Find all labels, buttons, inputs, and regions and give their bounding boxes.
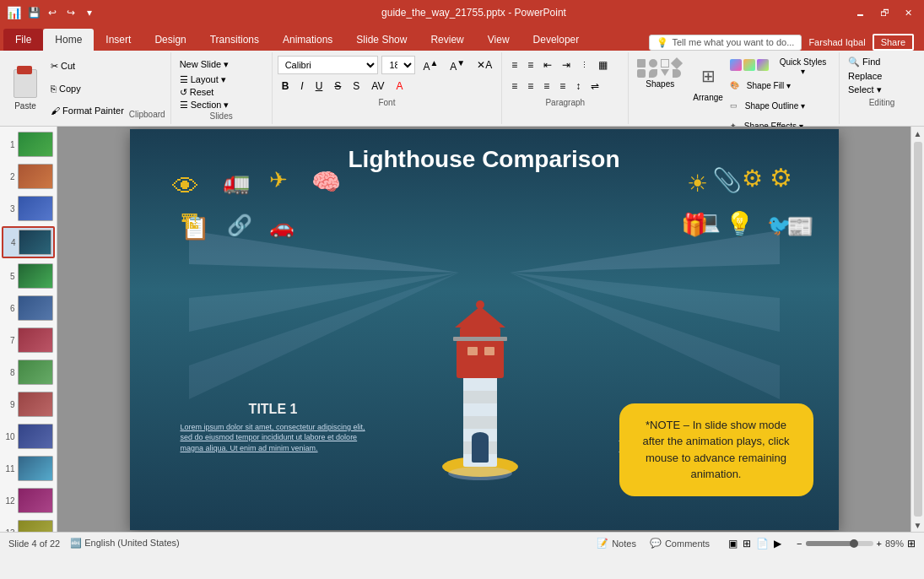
status-left: Slide 4 of 22 🔤 English (United States) bbox=[8, 538, 180, 549]
slide-thumb-2[interactable]: 2 bbox=[2, 162, 55, 191]
tab-design[interactable]: Design bbox=[143, 29, 197, 51]
copy-button[interactable]: ⎘ Copy bbox=[47, 83, 127, 95]
layout-button[interactable]: ☰ Layout ▾ bbox=[176, 73, 267, 86]
zoom-slider[interactable] bbox=[806, 541, 873, 546]
decrease-indent-button[interactable]: ⇤ bbox=[539, 56, 556, 74]
tab-view[interactable]: View bbox=[476, 29, 521, 51]
right-scrollbar[interactable]: ▲ ▼ bbox=[910, 127, 924, 532]
slideshow-button[interactable]: ▶ bbox=[772, 536, 783, 551]
notes-button[interactable]: 📝 Notes bbox=[593, 536, 640, 550]
bold-button[interactable]: B bbox=[278, 77, 294, 95]
svg-rect-18 bbox=[453, 337, 507, 341]
tab-animations[interactable]: Animations bbox=[271, 29, 344, 51]
justify-button[interactable]: ≡ bbox=[555, 77, 570, 95]
slide-thumb-6[interactable]: 6 bbox=[2, 294, 55, 322]
slide-sorter-button[interactable]: ⊞ bbox=[741, 536, 753, 551]
replace-button[interactable]: Replace bbox=[845, 70, 919, 82]
slide-thumb-10[interactable]: 10 bbox=[2, 422, 55, 451]
italic-button[interactable]: I bbox=[296, 77, 307, 95]
scroll-thumb[interactable] bbox=[914, 142, 922, 517]
slide-thumb-11[interactable]: 11 bbox=[2, 454, 55, 483]
smartart-button[interactable]: ⋮ bbox=[576, 56, 592, 74]
tab-file[interactable]: File bbox=[3, 29, 43, 51]
tab-review[interactable]: Review bbox=[419, 29, 475, 51]
reset-button[interactable]: ↺ Reset bbox=[176, 86, 267, 99]
shape-fill-button[interactable]: Shape Fill ▾ bbox=[743, 76, 795, 95]
slide-thumb-12[interactable]: 12 bbox=[2, 486, 55, 515]
slide-thumb-9[interactable]: 9 bbox=[2, 390, 55, 419]
zoom-in-button[interactable]: + bbox=[877, 538, 882, 549]
slide-thumb-4[interactable]: 4 bbox=[2, 226, 55, 258]
char-spacing-button[interactable]: AV bbox=[367, 77, 388, 95]
shadow-button[interactable]: S bbox=[349, 77, 364, 95]
scroll-up-arrow[interactable]: ▲ bbox=[911, 127, 925, 140]
note-box: *NOTE – In slide show mode after the ani… bbox=[619, 403, 813, 496]
paste-button[interactable]: Paste bbox=[5, 56, 46, 121]
line-spacing-button[interactable]: ↕ bbox=[571, 77, 585, 95]
shapes-button[interactable]: Shapes bbox=[634, 56, 686, 135]
section-button[interactable]: ☰ Section ▾ bbox=[176, 99, 267, 111]
format-painter-button[interactable]: 🖌 Format Painter bbox=[47, 105, 127, 116]
quick-styles-button[interactable]: Quick Styles ▾ bbox=[772, 56, 834, 74]
new-slide-button[interactable]: New Slide ▾ bbox=[176, 56, 267, 73]
select-button[interactable]: Select ▾ bbox=[845, 84, 919, 96]
minimize-button[interactable]: 🗕 bbox=[851, 6, 870, 19]
tab-transitions[interactable]: Transitions bbox=[198, 29, 271, 51]
save-qa-button[interactable]: 💾 bbox=[26, 5, 41, 20]
text-direction-button[interactable]: ⇌ bbox=[586, 77, 603, 95]
tab-home[interactable]: Home bbox=[43, 29, 94, 51]
slide-thumb-7[interactable]: 7 bbox=[2, 326, 55, 354]
tab-insert[interactable]: Insert bbox=[94, 29, 143, 51]
align-left-button[interactable]: ≡ bbox=[507, 77, 521, 95]
font-color-button[interactable]: A bbox=[392, 77, 407, 95]
svg-point-17 bbox=[476, 300, 484, 309]
slide-thumb-8[interactable]: 8 bbox=[2, 358, 55, 387]
svg-point-20 bbox=[472, 432, 489, 442]
svg-rect-14 bbox=[484, 347, 494, 355]
bullets-button[interactable]: ≡ bbox=[507, 56, 521, 74]
customize-qa-button[interactable]: ▾ bbox=[82, 5, 97, 20]
font-name-selector[interactable]: Calibri bbox=[278, 56, 379, 74]
align-right-button[interactable]: ≡ bbox=[539, 77, 554, 95]
slide[interactable]: Lighthouse Comparison 👁 🚛 ✈ 🧠 📋 🔗 🚗 🏗 bbox=[130, 129, 839, 530]
arrange-button[interactable]: ⊞ Arrange bbox=[689, 56, 727, 135]
slide-thumb-1[interactable]: 1 bbox=[2, 130, 55, 159]
redo-qa-button[interactable]: ↪ bbox=[63, 5, 78, 20]
fit-slide-button[interactable]: ⊞ bbox=[907, 538, 916, 549]
slide-preview-6 bbox=[18, 295, 54, 321]
undo-qa-button[interactable]: ↩ bbox=[45, 5, 60, 20]
svg-rect-9 bbox=[463, 391, 497, 403]
increase-font-button[interactable]: A▲ bbox=[419, 56, 442, 74]
underline-button[interactable]: U bbox=[311, 77, 327, 95]
slides-label: Slides bbox=[176, 111, 267, 122]
decrease-font-button[interactable]: A▼ bbox=[446, 56, 469, 74]
tell-me-bar[interactable]: 💡 Tell me what you want to do... bbox=[649, 35, 802, 51]
columns-button[interactable]: ▦ bbox=[594, 56, 612, 74]
slide-thumb-13[interactable]: 13 bbox=[2, 518, 55, 532]
scroll-down-arrow[interactable]: ▼ bbox=[911, 518, 925, 532]
restore-button[interactable]: 🗗 bbox=[875, 6, 894, 19]
font-size-selector[interactable]: 18 bbox=[381, 56, 415, 74]
increase-indent-button[interactable]: ⇥ bbox=[558, 56, 575, 74]
tab-developer[interactable]: Developer bbox=[521, 29, 592, 51]
cut-button[interactable]: ✂ Cut bbox=[47, 60, 127, 73]
align-center-button[interactable]: ≡ bbox=[523, 77, 538, 95]
comments-button[interactable]: 💬 Comments bbox=[646, 536, 713, 550]
find-button[interactable]: 🔍 Find bbox=[845, 56, 919, 68]
share-button[interactable]: Share bbox=[873, 34, 914, 51]
close-button[interactable]: ✕ bbox=[900, 6, 917, 20]
slide-thumb-5[interactable]: 5 bbox=[2, 262, 55, 290]
paste-icon bbox=[10, 66, 41, 100]
slide-canvas[interactable]: Lighthouse Comparison 👁 🚛 ✈ 🧠 📋 🔗 🚗 🏗 bbox=[57, 127, 910, 532]
slide-preview-1 bbox=[18, 132, 54, 157]
app-icon: 📊 bbox=[7, 6, 21, 19]
shape-outline-button[interactable]: Shape Outline ▾ bbox=[741, 96, 809, 115]
zoom-out-button[interactable]: − bbox=[797, 538, 802, 549]
normal-view-button[interactable]: ▣ bbox=[727, 536, 739, 551]
clear-format-button[interactable]: ✕A bbox=[473, 56, 496, 74]
reading-view-button[interactable]: 📄 bbox=[754, 536, 770, 551]
tab-slideshow[interactable]: Slide Show bbox=[344, 29, 419, 51]
strikethrough-button[interactable]: S bbox=[330, 77, 345, 95]
slide-thumb-3[interactable]: 3 bbox=[2, 194, 55, 223]
numbering-button[interactable]: ≡ bbox=[523, 56, 538, 74]
